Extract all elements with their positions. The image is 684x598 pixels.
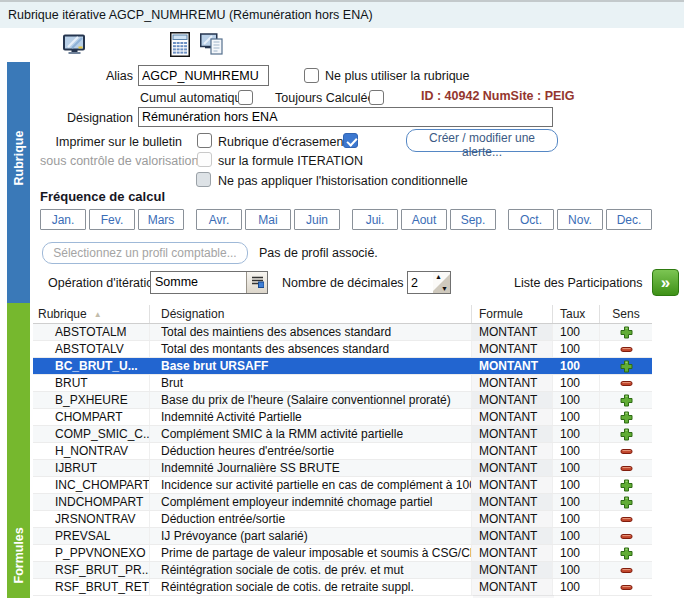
table-row[interactable]: IJBRUTIndemnité Journalière SS BRUTEMONT… <box>33 460 652 477</box>
column-header-formule[interactable]: Formule <box>472 305 553 323</box>
cell-formule: MONTANT <box>472 426 553 442</box>
cell-formule: MONTANT <box>472 477 553 493</box>
month-button-mai[interactable]: Mai <box>245 209 291 230</box>
cell-desig: Déduction entrée/sortie <box>150 511 472 527</box>
table-row[interactable]: PREVSALIJ Prévoyance (part salarié)MONTA… <box>33 528 652 545</box>
month-button-fev[interactable]: Fev. <box>89 209 135 230</box>
ne-plus-utiliser-checkbox[interactable] <box>304 68 319 83</box>
cell-desig: Base brut URSAFF <box>150 358 472 374</box>
cell-taux: 100 <box>553 528 600 544</box>
cell-sens <box>600 528 652 544</box>
minus-icon <box>620 445 633 458</box>
table-row-selected[interactable]: BC_BRUT_U...Base brut URSAFFMONTANT100 <box>33 358 652 375</box>
month-button-jui[interactable]: Jui. <box>352 209 398 230</box>
months-row: Jan.Fev.MarsAvr.MaiJuinJui.AoutSep.Oct.N… <box>40 209 655 230</box>
designation-input[interactable] <box>138 107 553 127</box>
spin-down-icon: ▼ <box>441 285 448 292</box>
operation-combo[interactable]: Somme <box>150 271 268 294</box>
table-row[interactable]: P_PPVNONEXOPrime de partage de valeur im… <box>33 545 652 562</box>
record-id-info: ID : 40942 NumSite : PEIG <box>421 89 575 103</box>
month-button-jan[interactable]: Jan. <box>40 209 86 230</box>
screen-button[interactable] <box>63 33 86 56</box>
table-row[interactable]: ABSTOTALVTotal des montants des absences… <box>33 341 652 358</box>
screen-report-button[interactable] <box>200 32 224 56</box>
month-button-avr[interactable]: Avr. <box>196 209 242 230</box>
cell-formule: MONTANT <box>472 511 553 527</box>
cell-sens <box>600 358 652 374</box>
cell-code: H_NONTRAV <box>33 443 150 459</box>
column-header-designation[interactable]: Désignation <box>150 305 472 323</box>
profil-comptable-button[interactable]: Sélectionnez un profil comptable... <box>42 242 248 264</box>
alias-input[interactable] <box>138 65 269 86</box>
window-title: Rubrique itérative AGCP_NUMHREMU (Rémuné… <box>8 8 373 22</box>
cell-sens <box>600 443 652 459</box>
table-row[interactable]: BRUTBrutMONTANT100 <box>33 375 652 392</box>
month-button-juin[interactable]: Juin <box>294 209 340 230</box>
cell-sens <box>600 579 652 595</box>
cell-taux: 100 <box>553 494 600 510</box>
tab-rubrique[interactable]: Rubrique <box>7 62 30 303</box>
cell-taux: 100 <box>553 392 600 408</box>
toujours-calculee-checkbox[interactable] <box>369 90 384 105</box>
cell-code: CHOMPART <box>33 409 150 425</box>
cell-taux: 100 <box>553 477 600 493</box>
cell-desig: Total des maintiens des absences standar… <box>150 324 472 340</box>
double-chevron-icon: » <box>661 273 670 292</box>
decimales-spinner[interactable]: ▲ ▼ <box>433 271 451 294</box>
operation-list-button[interactable] <box>246 272 267 293</box>
table-row[interactable]: RSF_BRUT_PR...Réintégration sociale de c… <box>33 562 652 579</box>
plus-icon <box>620 360 633 373</box>
column-header-taux[interactable]: Taux <box>553 305 600 323</box>
cell-taux: 100 <box>553 579 600 595</box>
cell-formule: MONTANT <box>472 443 553 459</box>
cell-desig: Incidence sur activité partielle en cas … <box>150 477 472 493</box>
participations-button[interactable]: » <box>652 269 679 296</box>
cell-code: B_PXHEURE <box>33 392 150 408</box>
table-row[interactable]: B_PXHEUREBase du prix de l'heure (Salair… <box>33 392 652 409</box>
calculator-button[interactable] <box>170 32 190 57</box>
tab-formules[interactable]: Formules <box>7 303 30 598</box>
table-row[interactable]: H_NONTRAVDéduction heures d'entrée/sorti… <box>33 443 652 460</box>
minus-icon <box>620 564 633 577</box>
table-row[interactable]: INDCHOMPARTComplément employeur indemnit… <box>33 494 652 511</box>
spin-up-icon: ▲ <box>435 273 442 280</box>
column-header-rubrique[interactable]: Rubrique ▲ <box>33 305 150 323</box>
table-row[interactable]: CHOMPARTIndemnité Activité PartielleMONT… <box>33 409 652 426</box>
month-button-nov[interactable]: Nov. <box>557 209 603 230</box>
month-button-oct[interactable]: Oct. <box>508 209 554 230</box>
month-button-aout[interactable]: Aout <box>401 209 447 230</box>
table-row[interactable]: RSF_BRUT_RETRéintégration sociale de cot… <box>33 579 652 596</box>
table-row[interactable]: JRSNONTRAVDéduction entrée/sortieMONTANT… <box>33 511 652 528</box>
participations-label: Liste des Participations <box>514 276 643 290</box>
creer-alerte-button[interactable]: Créer / modifier une alerte... <box>406 129 558 152</box>
cell-desig: Complément SMIC à la RMM activité partie… <box>150 426 472 442</box>
cell-taux: 100 <box>553 426 600 442</box>
decimales-input[interactable] <box>407 271 434 294</box>
cell-code: RSF_BRUT_RET <box>33 579 150 595</box>
cell-formule: MONTANT <box>472 409 553 425</box>
table-row[interactable]: ABSTOTALMTotal des maintiens des absence… <box>33 324 652 341</box>
month-button-sep[interactable]: Sep. <box>450 209 496 230</box>
historisation-checkbox[interactable] <box>196 172 211 187</box>
month-button-mars[interactable]: Mars <box>138 209 184 230</box>
cell-taux: 100 <box>553 358 600 374</box>
cell-formule: MONTANT <box>472 375 553 391</box>
plus-icon <box>620 496 633 509</box>
cell-code: PREVSAL <box>33 528 150 544</box>
screen-icon <box>63 44 86 59</box>
cell-code: IJBRUT <box>33 460 150 476</box>
cell-sens <box>600 545 652 561</box>
cell-desig: Brut <box>150 375 472 391</box>
cumul-automatique-checkbox[interactable] <box>238 90 253 105</box>
ecrasement-checkbox[interactable] <box>343 133 358 148</box>
minus-icon <box>620 581 633 594</box>
table-row[interactable]: COMP_SMIC_C...Complément SMIC à la RMM a… <box>33 426 652 443</box>
column-header-sens[interactable]: Sens <box>600 305 652 323</box>
cell-desig: Réintégration sociale de cotis. de prév.… <box>150 562 472 578</box>
cell-formule: MONTANT <box>472 528 553 544</box>
list-picker-icon <box>251 274 264 292</box>
imprimer-checkbox[interactable] <box>197 133 212 148</box>
table-row[interactable]: INC_CHOMPARTIncidence sur activité parti… <box>33 477 652 494</box>
sur-formule-checkbox[interactable] <box>197 152 212 167</box>
month-button-dec[interactable]: Dec. <box>606 209 652 230</box>
